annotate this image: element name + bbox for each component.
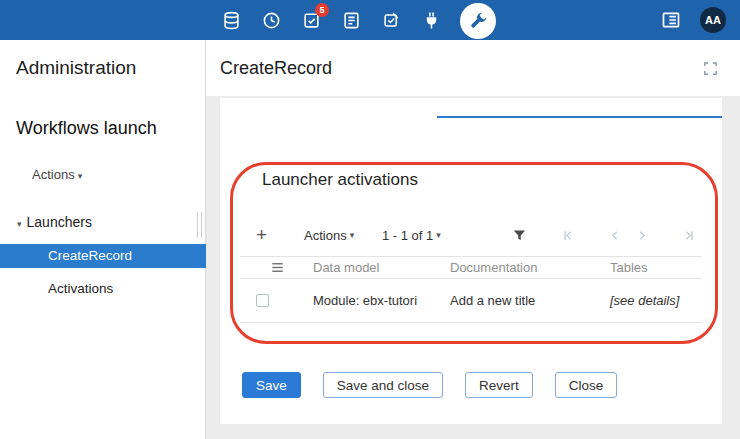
validation-icon[interactable]	[380, 9, 402, 31]
sidebar-actions-dropdown[interactable]: Actions▾	[32, 167, 82, 182]
next-page-icon[interactable]	[634, 222, 649, 248]
section-title: Launcher activations	[262, 170, 418, 190]
row-checkbox[interactable]	[256, 294, 269, 307]
sidebar-section-title: Workflows launch	[16, 118, 202, 139]
tasks-badge: 5	[315, 3, 329, 17]
column-header: Documentation	[450, 260, 610, 275]
tasks-icon[interactable]: 5	[300, 9, 322, 31]
fullscreen-icon[interactable]	[703, 61, 718, 80]
forms-icon[interactable]	[340, 9, 362, 31]
add-button[interactable]: +	[256, 222, 267, 248]
database-icon[interactable]	[220, 9, 242, 31]
table-menu-icon[interactable]	[270, 260, 285, 275]
cell-data-model: Module: ebx-tutori	[313, 293, 450, 308]
chevron-down-icon: ▾	[78, 171, 83, 181]
first-page-icon[interactable]	[560, 222, 575, 248]
last-page-icon[interactable]	[682, 222, 697, 248]
table-header-row: Data model Documentation Tables	[240, 257, 702, 279]
topbar: 5	[0, 0, 740, 40]
button-row: Save Save and close Revert Close	[242, 372, 617, 398]
sidebar-item-createrecord[interactable]: CreateRecord	[0, 244, 206, 268]
column-header: Tables	[610, 260, 702, 275]
sidebar-item-activations[interactable]: Activations	[0, 277, 206, 301]
filter-icon[interactable]	[512, 222, 527, 248]
column-header: Data model	[313, 260, 450, 275]
tree-node-launchers[interactable]: ▾Launchers	[14, 214, 92, 230]
chevron-down-icon: ▾	[350, 230, 355, 240]
topbar-tools: 5	[220, 0, 496, 40]
revert-button[interactable]: Revert	[465, 372, 533, 398]
close-button[interactable]: Close	[555, 372, 618, 398]
page-title: CreateRecord	[220, 58, 332, 79]
table-row[interactable]: Module: ebx-tutori Add a new title [see …	[240, 279, 702, 323]
perspective-icon[interactable]	[660, 9, 682, 31]
sidebar-title: Administration	[16, 57, 136, 79]
save-button[interactable]: Save	[242, 372, 301, 398]
save-and-close-button[interactable]: Save and close	[323, 372, 443, 398]
plug-icon[interactable]	[420, 9, 442, 31]
previous-page-icon[interactable]	[608, 222, 623, 248]
chevron-down-icon: ▾	[17, 219, 22, 229]
activations-table: Data model Documentation Tables Module: …	[240, 256, 702, 323]
pagination-count-dropdown[interactable]: 1 - 1 of 1▾	[382, 222, 441, 248]
form-card: Launcher activations + Actions▾ 1 - 1 of…	[220, 98, 722, 424]
panel-resize-handle[interactable]	[197, 212, 202, 238]
chevron-down-icon: ▾	[436, 230, 441, 240]
topbar-right: AA	[660, 0, 726, 40]
main-header: CreateRecord	[206, 40, 740, 96]
actions-dropdown[interactable]: Actions▾	[304, 222, 354, 248]
table-toolbar: + Actions▾ 1 - 1 of 1▾	[220, 222, 722, 248]
clock-icon[interactable]	[260, 9, 282, 31]
avatar[interactable]: AA	[700, 7, 726, 33]
content-area: Launcher activations + Actions▾ 1 - 1 of…	[206, 96, 740, 439]
sidebar: Administration Workflows launch Actions▾…	[0, 40, 206, 439]
wrench-icon[interactable]	[460, 3, 496, 39]
cell-tables: [see details]	[610, 293, 702, 308]
cell-documentation: Add a new title	[450, 293, 610, 308]
active-tab-underline	[437, 116, 722, 118]
